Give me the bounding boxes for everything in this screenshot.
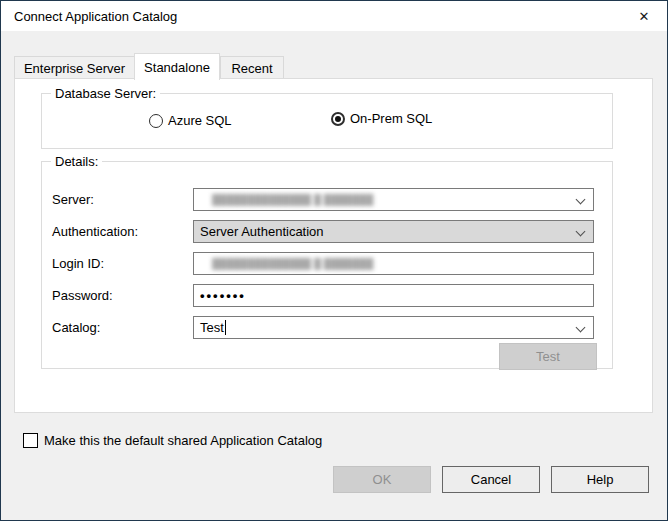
text-caret (225, 320, 226, 335)
tab-label: Standalone (144, 60, 210, 75)
login-id-input[interactable]: ██████████████ █ ███████ (193, 252, 594, 275)
chevron-down-icon[interactable] (576, 323, 586, 333)
chevron-down-icon[interactable] (576, 195, 586, 205)
authentication-label: Authentication: (52, 224, 138, 239)
server-value-redacted: ██████████████ █ ███████ (200, 194, 373, 205)
close-icon: ✕ (639, 9, 650, 24)
chevron-down-icon[interactable] (576, 227, 586, 237)
ok-button-label: OK (373, 472, 392, 487)
details-group: Details: Server: ██████████████ █ ██████… (41, 161, 613, 369)
catalog-value: Test (200, 320, 224, 335)
test-button[interactable]: Test (499, 343, 597, 370)
radio-unselected-icon[interactable] (149, 114, 163, 128)
help-button[interactable]: Help (551, 466, 649, 493)
tab-enterprise-server[interactable]: Enterprise Server (14, 56, 135, 79)
password-label: Password: (52, 288, 113, 303)
ok-button[interactable]: OK (333, 466, 431, 493)
cancel-button-label: Cancel (471, 472, 511, 487)
password-input[interactable]: ••••••• (193, 284, 594, 307)
radio-azure-label: Azure SQL (168, 113, 232, 128)
tab-standalone[interactable]: Standalone (134, 53, 220, 80)
radio-azure-sql[interactable]: Azure SQL (149, 113, 232, 128)
database-server-group: Database Server: Azure SQL On-Prem SQL (41, 93, 613, 149)
radio-onprem-label: On-Prem SQL (350, 111, 432, 126)
login-id-label: Login ID: (52, 256, 104, 271)
catalog-combobox[interactable]: Test (193, 316, 594, 339)
database-server-legend: Database Server: (51, 86, 160, 101)
test-button-label: Test (536, 349, 560, 364)
server-combobox[interactable]: ██████████████ █ ███████ (193, 188, 594, 211)
help-button-label: Help (587, 472, 614, 487)
password-value: ••••••• (200, 288, 246, 303)
checkbox-unchecked-icon[interactable] (23, 433, 38, 448)
radio-onprem-sql[interactable]: On-Prem SQL (331, 111, 432, 126)
default-catalog-checkbox-row[interactable]: Make this the default shared Application… (23, 433, 322, 448)
catalog-label: Catalog: (52, 320, 100, 335)
tab-recent[interactable]: Recent (220, 56, 284, 79)
close-button[interactable]: ✕ (621, 1, 667, 31)
dialog-title: Connect Application Catalog (14, 9, 177, 24)
tab-label: Enterprise Server (24, 61, 125, 76)
tab-label: Recent (231, 61, 272, 76)
radio-selected-icon[interactable] (331, 112, 345, 126)
default-catalog-checkbox-label: Make this the default shared Application… (44, 433, 322, 448)
cancel-button[interactable]: Cancel (442, 466, 540, 493)
dialog-window: Connect Application Catalog ✕ Enterprise… (0, 0, 668, 521)
login-id-value-redacted: ██████████████ █ ███████ (200, 258, 373, 269)
authentication-combobox[interactable]: Server Authentication (193, 220, 594, 243)
title-bar: Connect Application Catalog ✕ (1, 1, 667, 31)
authentication-value: Server Authentication (200, 224, 324, 239)
details-legend: Details: (51, 154, 102, 169)
server-label: Server: (52, 192, 94, 207)
